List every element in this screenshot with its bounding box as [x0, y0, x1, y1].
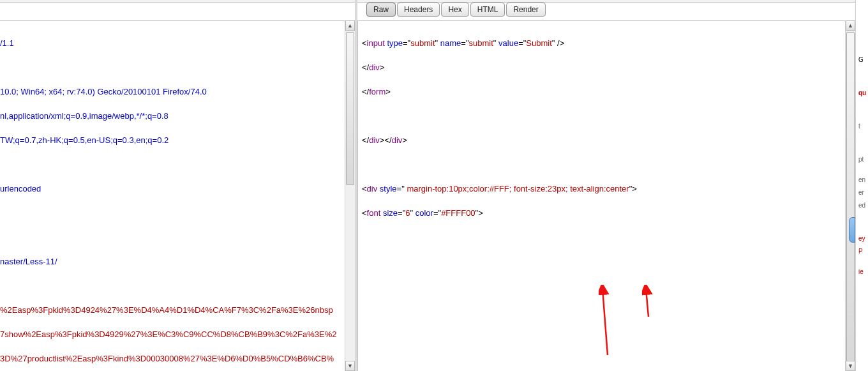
request-pane: /1.1 10.0; Win64; x64; rv:74.0) Gecko/20…	[0, 0, 357, 371]
scroll-thumb[interactable]	[846, 32, 855, 364]
side-label: qu	[858, 89, 866, 96]
req-body-1: %2Easp%3Fpkid%3D4924%27%3E%D4%A4%D1%D4%C…	[0, 305, 333, 315]
response-content[interactable]: <input type="submit" name="submit" value…	[357, 20, 845, 371]
req-body-2: 7show%2Easp%3Fpkid%3D4929%27%3E%C3%C9%CC…	[0, 329, 336, 339]
side-label: ey	[858, 235, 865, 242]
scroll-up-icon[interactable]: ▲	[345, 20, 355, 31]
side-label: er	[858, 189, 864, 196]
req-ref: naster/Less-11/	[0, 257, 57, 266]
tab-html[interactable]: HTML	[470, 3, 505, 17]
scroll-down-icon[interactable]: ▼	[846, 361, 855, 371]
side-label: ie	[858, 268, 864, 275]
tab-render[interactable]: Render	[506, 3, 545, 17]
side-handle[interactable]	[849, 217, 855, 243]
tab-headers[interactable]: Headers	[397, 3, 440, 17]
req-lang: TW;q=0.7,zh-HK;q=0.5,en-US;q=0.3,en;q=0.…	[0, 135, 168, 145]
response-pane: Raw Headers Hex HTML Render <input type=…	[357, 0, 855, 371]
scroll-down-icon[interactable]: ▼	[345, 361, 355, 371]
req-body-3: 3D%27productlist%2Easp%3Fkind%3D00030008…	[0, 354, 334, 363]
side-label: t	[858, 123, 860, 130]
side-label: G	[858, 56, 864, 63]
response-tabs: Raw Headers Hex HTML Render	[366, 3, 546, 19]
side-strip: G qu t pt en er ed ey P ie	[855, 0, 868, 371]
scroll-up-icon[interactable]: ▲	[846, 20, 855, 31]
scroll-thumb[interactable]	[346, 32, 354, 185]
tab-raw[interactable]: Raw	[366, 3, 396, 17]
side-label: P	[858, 248, 863, 255]
tab-hex[interactable]: Hex	[441, 3, 468, 17]
side-label: ed	[858, 202, 865, 209]
side-label: pt	[858, 156, 864, 163]
side-label: en	[858, 176, 865, 183]
right-scrollbar[interactable]: ▲ ▼	[845, 20, 855, 371]
req-http: /1.1	[0, 38, 14, 48]
req-ua: 10.0; Win64; x64; rv:74.0) Gecko/2010010…	[0, 87, 207, 96]
req-enc: urlencoded	[0, 184, 41, 193]
left-scrollbar[interactable]: ▲ ▼	[345, 20, 355, 371]
req-accept: nl,application/xml;q=0.9,image/webp,*/*;…	[0, 111, 168, 121]
request-content[interactable]: /1.1 10.0; Win64; x64; rv:74.0) Gecko/20…	[0, 20, 345, 371]
